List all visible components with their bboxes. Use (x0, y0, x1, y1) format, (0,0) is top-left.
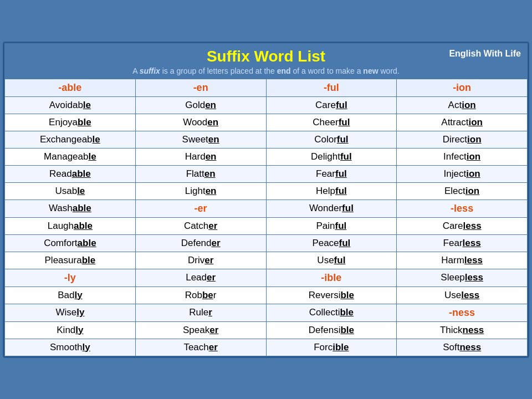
table-cell: Harden (135, 148, 266, 165)
table-cell: -ible (266, 269, 397, 287)
table-cell: Pleasurable (5, 252, 136, 269)
table-row: ManageableHardenDelightfulInfection (5, 148, 528, 165)
table-cell: Exchangeable (5, 131, 136, 148)
subtitle-end-word: end (277, 66, 291, 75)
table-cell: Fearless (397, 234, 528, 252)
table-row: ComfortableDefenderPeacefulFearless (5, 234, 528, 252)
table-cell: -ness (397, 304, 528, 321)
table-cell: Leader (135, 269, 266, 287)
table-cell: Helpful (266, 182, 397, 200)
table-cell: Wisely (5, 304, 136, 321)
table-cell: -ion (397, 79, 528, 96)
word-table: -able-en-ful-ionAvoidableGoldenCarefulAc… (4, 79, 528, 356)
table-cell: Defensible (266, 321, 397, 339)
table-cell: Golden (135, 96, 266, 114)
table-cell: Useless (397, 287, 528, 304)
table-cell: Smoothly (5, 339, 136, 356)
table-cell: Direction (397, 131, 528, 148)
table-cell: Speaker (135, 321, 266, 339)
table-cell: Washable (5, 200, 136, 217)
table-cell: Fearful (266, 165, 397, 182)
table-cell: Thickness (397, 321, 528, 339)
table-cell: Softness (397, 339, 528, 356)
table-cell: Enjoyable (5, 114, 136, 131)
table-cell: Careless (397, 217, 528, 234)
table-row: AvoidableGoldenCarefulAction (5, 96, 528, 114)
table-cell: Comfortable (5, 234, 136, 252)
subtitle-suffix-word: suffix (140, 66, 160, 75)
table-cell: Laughable (5, 217, 136, 234)
table-cell: Driver (135, 252, 266, 269)
table-cell: Forcible (266, 339, 397, 356)
table-row: WiselyRulerCollectible-ness (5, 304, 528, 321)
table-row: EnjoyableWoodenCheerfulAttraction (5, 114, 528, 131)
table-cell: -en (135, 79, 266, 96)
subtitle-new-word: new (363, 66, 378, 75)
table-cell: Useful (266, 252, 397, 269)
table-cell: Injection (397, 165, 528, 182)
table-row: PleasurableDriverUsefulHarmless (5, 252, 528, 269)
table-cell: Election (397, 182, 528, 200)
table-cell: Flatten (135, 165, 266, 182)
table-cell: Usable (5, 182, 136, 200)
table-cell: Kindly (5, 321, 136, 339)
table-cell: Wooden (135, 114, 266, 131)
table-cell: Lighten (135, 182, 266, 200)
table-cell: Teacher (135, 339, 266, 356)
table-cell: -ful (266, 79, 397, 96)
table-row: UsableLightenHelpfulElection (5, 182, 528, 200)
table-cell: Reversible (266, 287, 397, 304)
table-row: BadlyRobberReversibleUseless (5, 287, 528, 304)
table-cell: Colorful (266, 131, 397, 148)
table-wrapper: -able-en-ful-ionAvoidableGoldenCarefulAc… (4, 79, 528, 356)
table-cell: Action (397, 96, 528, 114)
header: Suffix Word List A suffix is a group of … (4, 43, 528, 79)
table-row: ReadableFlattenFearfulInjection (5, 165, 528, 182)
table-cell: Readable (5, 165, 136, 182)
table-cell: Careful (266, 96, 397, 114)
table-cell: Defender (135, 234, 266, 252)
table-cell: Attraction (397, 114, 528, 131)
table-cell: Badly (5, 287, 136, 304)
table-row: ExchangeableSweetenColorfulDirection (5, 131, 528, 148)
table-cell: Delightful (266, 148, 397, 165)
table-row: -able-en-ful-ion (5, 79, 528, 96)
table-cell: Robber (135, 287, 266, 304)
table-cell: Avoidable (5, 96, 136, 114)
table-cell: Ruler (135, 304, 266, 321)
main-container: Suffix Word List A suffix is a group of … (3, 42, 529, 358)
table-row: -lyLeader-ibleSleepless (5, 269, 528, 287)
table-cell: Collectible (266, 304, 397, 321)
table-cell: Painful (266, 217, 397, 234)
table-row: LaughableCatcherPainfulCareless (5, 217, 528, 234)
page-title: Suffix Word List (11, 48, 521, 65)
subtitle: A suffix is a group of letters placed at… (11, 66, 521, 75)
table-cell: Infection (397, 148, 528, 165)
table-cell: Harmless (397, 252, 528, 269)
table-cell: Manageable (5, 148, 136, 165)
table-row: KindlySpeakerDefensibleThickness (5, 321, 528, 339)
table-row: Washable-erWonderful-less (5, 200, 528, 217)
table-cell: Catcher (135, 217, 266, 234)
table-cell: Sleepless (397, 269, 528, 287)
table-cell: -less (397, 200, 528, 217)
table-cell: Cheerful (266, 114, 397, 131)
table-cell: Peaceful (266, 234, 397, 252)
table-cell: Sweeten (135, 131, 266, 148)
table-cell: Wonderful (266, 200, 397, 217)
table-row: SmoothlyTeacherForcibleSoftness (5, 339, 528, 356)
brand-label: English With Life (449, 49, 521, 59)
table-cell: -ly (5, 269, 136, 287)
table-cell: -er (135, 200, 266, 217)
table-cell: -able (5, 79, 136, 96)
